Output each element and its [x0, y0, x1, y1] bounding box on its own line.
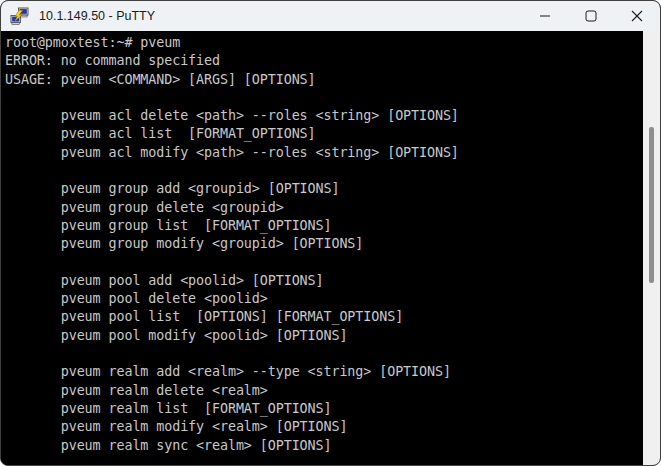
terminal-line: pveum group delete <groupid> [5, 199, 643, 217]
terminal-line: pveum realm list [FORMAT_OPTIONS] [5, 400, 643, 418]
close-icon [614, 1, 660, 31]
terminal-output[interactable]: root@pmoxtest:~# pveumERROR: no command … [1, 31, 643, 465]
scrollbar[interactable] [643, 31, 660, 465]
close-button[interactable] [614, 1, 660, 31]
terminal-line: pveum group add <groupid> [OPTIONS] [5, 180, 643, 198]
maximize-button[interactable] [568, 1, 614, 31]
terminal-line: root@pmoxtest:~# pveum [5, 34, 643, 52]
terminal-line [5, 89, 643, 107]
terminal-line: pveum pool delete <poolid> [5, 290, 643, 308]
scrollbar-thumb[interactable] [649, 127, 654, 283]
terminal-line: pveum realm add <realm> --type <string> … [5, 363, 643, 381]
terminal-line: pveum pool add <poolid> [OPTIONS] [5, 272, 643, 290]
terminal-line: pveum realm delete <realm> [5, 382, 643, 400]
titlebar[interactable]: 10.1.149.50 - PuTTY [1, 1, 660, 31]
terminal-line [5, 162, 643, 180]
terminal-line: pveum acl delete <path> --roles <string>… [5, 107, 643, 125]
terminal-line: pveum acl list [FORMAT_OPTIONS] [5, 125, 643, 143]
maximize-icon [568, 1, 614, 31]
terminal-line: pveum acl modify <path> --roles <string>… [5, 144, 643, 162]
terminal-line: pveum group list [FORMAT_OPTIONS] [5, 217, 643, 235]
terminal-line [5, 345, 643, 363]
terminal-line: pveum pool modify <poolid> [OPTIONS] [5, 327, 643, 345]
terminal-line: USAGE: pveum <COMMAND> [ARGS] [OPTIONS] [5, 71, 643, 89]
window-title: 10.1.149.50 - PuTTY [39, 9, 155, 23]
minimize-icon [522, 1, 568, 31]
putty-window: 10.1.149.50 - PuTTY root@pmoxtest:~ [0, 0, 661, 466]
minimize-button[interactable] [522, 1, 568, 31]
putty-icon [10, 7, 29, 26]
terminal-line: pveum group modify <groupid> [OPTIONS] [5, 235, 643, 253]
terminal-line: ERROR: no command specified [5, 52, 643, 70]
terminal-line: pveum pool list [OPTIONS] [FORMAT_OPTION… [5, 308, 643, 326]
window-body: root@pmoxtest:~# pveumERROR: no command … [1, 31, 660, 465]
terminal-line: pveum realm modify <realm> [OPTIONS] [5, 418, 643, 436]
window-controls [522, 1, 660, 31]
terminal-line: pveum realm sync <realm> [OPTIONS] [5, 437, 643, 455]
terminal-line [5, 254, 643, 272]
